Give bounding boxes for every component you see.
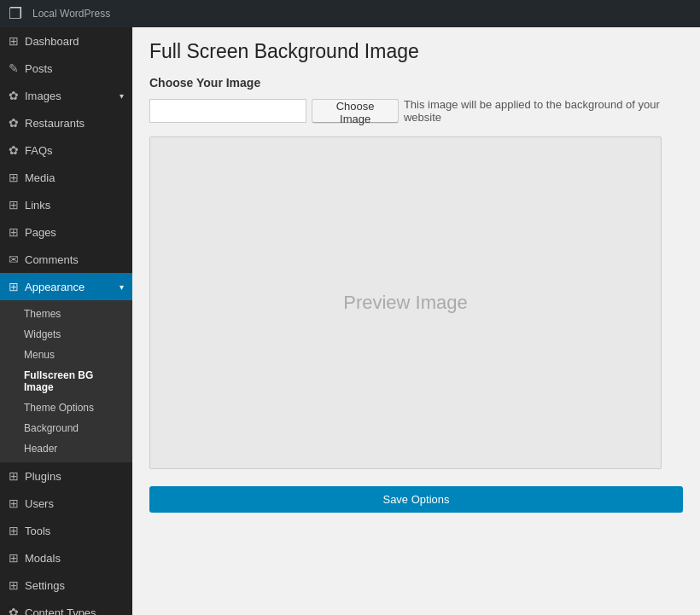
sidebar-item-label: Posts [25,62,53,75]
sidebar-item-label: Modals [25,552,61,565]
images-icon: ✿ [9,89,19,102]
images-arrow-icon: ▾ [120,91,124,101]
sidebar-item-pages[interactable]: ⊞ Pages [0,218,132,246]
preview-box: Preview Image [149,136,662,469]
submenu-themes[interactable]: Themes [0,304,132,324]
sidebar-item-plugins[interactable]: ⊞ Plugins [0,462,132,490]
sidebar-item-label: Pages [25,226,56,239]
sidebar-item-media[interactable]: ⊞ Media [0,164,132,191]
sidebar: ⊞ Dashboard ✎ Posts ✿ Images ▾ ✿ Restaur… [0,0,132,615]
links-icon: ⊞ [9,198,19,212]
submenu-fullscreen-bg[interactable]: Fullscreen BG Image [0,365,132,397]
image-input-row: Choose Image This image will be applied … [149,98,683,124]
save-options-button[interactable]: Save Options [149,486,683,513]
sidebar-item-label: Media [25,171,55,184]
sidebar-item-modals[interactable]: ⊞ Modals [0,544,132,571]
modals-icon: ⊞ [9,551,19,565]
sidebar-item-tools[interactable]: ⊞ Tools [0,517,132,544]
choose-image-label: Choose Your Image [149,76,683,90]
sidebar-item-label: Appearance [25,281,85,293]
posts-icon: ✎ [9,61,19,75]
sidebar-item-images[interactable]: ✿ Images ▾ [0,82,132,109]
pages-icon: ⊞ [9,225,19,239]
wp-logo-icon: ❐ [9,4,22,23]
restaurants-icon: ✿ [9,116,19,130]
admin-bar: ❐ Local WordPress [0,0,700,27]
settings-icon: ⊞ [9,578,19,592]
plugins-icon: ⊞ [9,469,19,483]
sidebar-item-content-types[interactable]: ✿ Content Types [0,599,132,615]
sidebar-item-label: Links [25,199,50,212]
sidebar-item-settings[interactable]: ⊞ Settings [0,571,132,599]
sidebar-item-comments[interactable]: ✉ Comments [0,246,132,273]
sidebar-item-label: Tools [25,525,50,537]
sidebar-item-appearance[interactable]: ⊞ Appearance ▾ [0,273,132,300]
appearance-arrow-icon: ▾ [120,282,124,292]
comments-icon: ✉ [9,252,19,266]
dashboard-icon: ⊞ [9,34,19,48]
sidebar-item-label: FAQs [25,144,53,157]
sidebar-item-dashboard[interactable]: ⊞ Dashboard [0,27,132,55]
media-icon: ⊞ [9,171,19,184]
sidebar-item-posts[interactable]: ✎ Posts [0,55,132,82]
main-content: Full Screen Background Image Choose Your… [132,27,700,615]
submenu-header[interactable]: Header [0,438,132,459]
sidebar-item-faqs[interactable]: ✿ FAQs [0,136,132,164]
image-url-input[interactable] [149,99,306,123]
preview-label: Preview Image [343,292,468,314]
sidebar-item-label: Comments [25,253,79,266]
sidebar-item-label: Images [25,90,61,102]
sidebar-item-restaurants[interactable]: ✿ Restaurants [0,109,132,136]
page-title: Full Screen Background Image [149,40,683,63]
appearance-icon: ⊞ [9,280,19,293]
tools-icon: ⊞ [9,524,19,537]
choose-image-button[interactable]: Choose Image [312,99,399,123]
submenu-menus[interactable]: Menus [0,345,132,365]
sidebar-item-label: Users [25,497,54,510]
admin-bar-site-name: Local WordPress [32,8,110,20]
sidebar-item-label: Plugins [25,470,61,483]
appearance-submenu: Themes Widgets Menus Fullscreen BG Image… [0,300,132,462]
submenu-widgets[interactable]: Widgets [0,324,132,345]
content-types-icon: ✿ [9,606,19,615]
sidebar-item-links[interactable]: ⊞ Links [0,191,132,218]
sidebar-item-label: Dashboard [25,35,79,48]
submenu-background[interactable]: Background [0,418,132,438]
sidebar-item-label: Settings [25,579,65,592]
sidebar-item-label: Content Types [25,606,96,616]
submenu-theme-options[interactable]: Theme Options [0,397,132,418]
sidebar-item-users[interactable]: ⊞ Users [0,490,132,517]
faqs-icon: ✿ [9,143,19,157]
image-hint-text: This image will be applied to the backgr… [404,98,683,124]
sidebar-item-label: Restaurants [25,117,85,130]
users-icon: ⊞ [9,496,19,510]
